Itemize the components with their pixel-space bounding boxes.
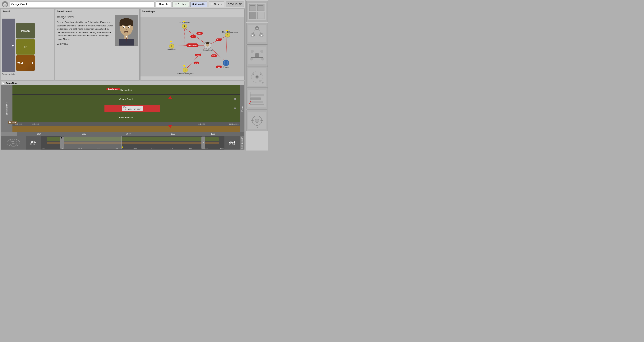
- werk-arrow-icon: [32, 62, 34, 64]
- ort-button[interactable]: Ort: [16, 39, 35, 54]
- werk-play-button[interactable]: [9, 121, 11, 123]
- svg-text:Richard Walmsley Blair: Richard Walmsley Blair: [177, 73, 194, 75]
- seemap-left-box: ▶: [2, 18, 15, 72]
- mini-1920: 1920: [78, 147, 82, 149]
- thumb-node-view[interactable]: [246, 44, 268, 66]
- person-section-label: Suchergebnis: [6, 86, 8, 131]
- node-eileen[interactable]: ℹ: [225, 32, 230, 37]
- node-sonia[interactable]: ℹ: [182, 23, 187, 29]
- date4: 11.12.1980 >: [229, 123, 239, 125]
- svg-point-97: [250, 57, 253, 60]
- mini-scroll-right[interactable]: ▶: [202, 137, 205, 149]
- sonia-row: Sonia Brownell: [12, 113, 240, 122]
- axis-1920: 1920: [37, 133, 42, 135]
- seemap-body: ▶ Suchergebnis Person Ort Werk: [1, 13, 54, 80]
- svg-point-90: [256, 27, 258, 29]
- mini-scroll-left[interactable]: ◀: [60, 137, 64, 149]
- sematime-play-button[interactable]: [2, 82, 4, 84]
- thumb-timeline-view[interactable]: [246, 88, 268, 109]
- right-sidebar: ⚙: [245, 0, 268, 150]
- eigenschaften-label: Eigenschaften: [240, 136, 244, 150]
- axis-main: 1920 1930 1940 1950 1960: [17, 132, 240, 136]
- mini-start-sub: 22. Dez: [30, 143, 37, 145]
- svg-rect-9: [120, 22, 122, 26]
- werk-left-area: Werk: [8, 121, 17, 124]
- play-arrow[interactable]: ▶: [12, 44, 14, 47]
- mini-2000: 2000: [220, 147, 224, 149]
- graph-svg: ℹ Sonia Brownell ℹ Eileen O'Shaughnessy …: [140, 13, 244, 80]
- logo-icon: THESEUS: [2, 1, 8, 8]
- person-description: George Orwell war ein britischer Schrift…: [57, 21, 113, 41]
- mini-1960: 1960: [151, 147, 155, 149]
- search-button[interactable]: Search: [156, 1, 171, 7]
- mini-end-sub: 18. Feb: [229, 143, 235, 145]
- timeline-axis: 1920 1930 1940 1950 1960: [1, 132, 244, 136]
- thumb-tree-view[interactable]: [246, 22, 268, 44]
- freebase-nav-button[interactable]: ⬜ Freebase: [172, 1, 188, 7]
- semavis-logo: SEMA VIS: [7, 139, 20, 146]
- marjorie-row: Marjorie Blair Geschwister: [12, 85, 240, 95]
- mini-timeline-left: SEMA VIS: [1, 136, 26, 150]
- mini-1980: 1980: [188, 147, 192, 149]
- date2: 25.8.1918: [32, 123, 39, 125]
- timeline-content[interactable]: Marjorie Blair Geschwister George Orwell: [12, 85, 240, 132]
- george-end-marker: [234, 98, 236, 100]
- wikipedia-link[interactable]: WIKIPEDIA: [57, 42, 113, 46]
- werk-button[interactable]: Werk: [16, 55, 35, 71]
- node-richard[interactable]: ℹ: [183, 68, 188, 73]
- svg-rect-115: [250, 101, 263, 103]
- node-person[interactable]: [223, 60, 229, 66]
- svg-text:Ehe-a: Ehe-a: [198, 33, 201, 34]
- svg-text:ℹ: ℹ: [171, 45, 172, 47]
- mini-timeline: SEMA VIS 1897 22. Dez 2011 18. Feb: [1, 136, 244, 150]
- panels-row: SemaP ▶ Suchergebnis Person Ort: [0, 8, 245, 81]
- svg-text:VIS: VIS: [12, 143, 14, 144]
- george-label: George Orwell: [120, 98, 133, 100]
- svg-text:Geschwister: Geschwister: [188, 45, 197, 46]
- node-george[interactable]: [204, 42, 211, 49]
- svg-point-120: [255, 119, 259, 123]
- date3: 21.1.1950: [198, 123, 205, 125]
- person-button[interactable]: Person: [16, 23, 35, 38]
- semagraph-body: ℹ Sonia Brownell ℹ Eileen O'Shaughnessy …: [140, 13, 244, 80]
- svg-rect-81: [250, 7, 255, 8]
- mini-end-year: 2011: [229, 140, 235, 143]
- history-nav-button[interactable]: GESCHICHTE: [226, 1, 244, 7]
- svg-text:is-a: is-a: [195, 62, 198, 64]
- theseus-nav-button[interactable]: ⬜ Theseus: [209, 1, 224, 7]
- thumb-other-view[interactable]: ⚙: [246, 110, 268, 131]
- svg-text:✚: ✚: [226, 29, 228, 32]
- logo-area: THESEUS: [2, 1, 8, 8]
- svg-text:ℹ: ℹ: [227, 34, 228, 36]
- sematime-section: SemaTime Suchergebnis Marjorie Blair: [1, 81, 244, 150]
- svg-rect-124: [260, 120, 263, 121]
- mini-1910: 1910: [60, 147, 64, 149]
- time-indicator-arrow-down: [168, 125, 172, 128]
- semacontent-body: George Orwell George Orwell war ein brit…: [56, 13, 139, 80]
- svg-rect-113: [250, 94, 264, 96]
- node-marjorie[interactable]: ℹ: [169, 43, 174, 49]
- svg-rect-15: [124, 31, 128, 32]
- person-portrait: [115, 15, 138, 46]
- eileen-end-marker: [234, 107, 236, 109]
- svg-text:ℹ: ℹ: [184, 25, 185, 27]
- mini-1900: 1900: [41, 147, 45, 149]
- search-input[interactable]: George Orwell: [10, 1, 154, 7]
- axis-1940: 1940: [126, 133, 130, 135]
- svg-point-108: [259, 80, 261, 82]
- svg-text:Kinder: Kinder: [196, 54, 200, 56]
- svg-point-94: [255, 53, 259, 57]
- alexandria-nav-button[interactable]: 🅐 Alexandria: [190, 1, 207, 7]
- ehe-block: Ehe 1.1.1936 - 29.3.1945: [104, 105, 160, 112]
- seemap-panel: SemaP ▶ Suchergebnis Person Ort: [1, 9, 54, 80]
- semagraph-panel: SemaGraph: [140, 9, 244, 80]
- person-label-right: Person: [240, 85, 244, 132]
- timeline-body: Suchergebnis Marjorie Blair Geschwister …: [1, 85, 244, 150]
- mini-timeline-content[interactable]: 1897 22. Dez 2011 18. Feb: [26, 136, 240, 150]
- svg-point-109: [262, 82, 264, 83]
- svg-point-98: [261, 57, 264, 60]
- thumb-bubble-view[interactable]: [246, 66, 268, 88]
- thumb-grid-view[interactable]: [246, 1, 268, 22]
- svg-rect-82: [258, 5, 263, 6]
- svg-text:✚: ✚: [183, 20, 185, 23]
